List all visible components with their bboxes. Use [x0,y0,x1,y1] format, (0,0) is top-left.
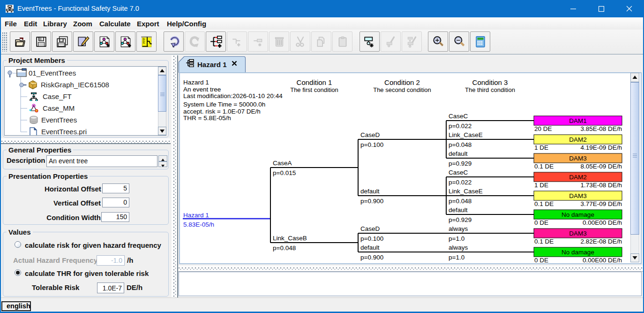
svg-text:CaseD: CaseD [360,131,380,138]
svg-text:Condition 1: Condition 1 [297,78,332,86]
svg-text:Link_CaseE: Link_CaseE [449,188,483,195]
svg-text:0 DE: 0 DE [534,257,548,263]
svg-text:No damage: No damage [562,249,594,256]
svg-text:p=0.048: p=0.048 [449,141,472,148]
svg-text:1 DE: 1 DE [534,182,548,189]
svg-text:p=0.900: p=0.900 [360,198,383,205]
svg-text:p=0.048: p=0.048 [273,244,296,252]
svg-text:p=0.048: p=0.048 [449,198,472,205]
svg-text:p=0.022: p=0.022 [449,122,472,130]
svg-text:default: default [449,206,468,214]
svg-text:3.77E-09 DE/h: 3.77E-09 DE/h [580,200,622,207]
svg-text:CaseC: CaseC [449,113,468,120]
svg-text:default: default [360,244,380,251]
svg-text:The first condition: The first condition [290,86,338,93]
svg-text:default: default [360,188,380,195]
svg-text:p=0.015: p=0.015 [273,169,296,176]
svg-text:accept. risk = 1.0E-07 DE/h: accept. risk = 1.0E-07 DE/h [183,108,261,115]
svg-text:p=0.929: p=0.929 [449,216,472,223]
svg-text:An event tree: An event tree [183,86,221,93]
svg-text:RiskGraph_IEC61508: RiskGraph_IEC61508 [41,81,109,89]
svg-text:p=1.0: p=1.0 [449,235,464,242]
svg-text:DAM2: DAM2 [569,136,587,143]
svg-text:THR = 5.8E-05/h: THR = 5.8E-05/h [183,115,231,122]
svg-text:0.1 DE: 0.1 DE [534,200,554,207]
svg-text:0.1 DE: 0.1 DE [534,238,554,245]
svg-text:System Life Time = 50000.0h: System Life Time = 50000.0h [183,101,265,108]
svg-text:EventTrees: EventTrees [41,116,77,124]
svg-text:always: always [449,225,468,232]
svg-text:Hazard 1: Hazard 1 [183,212,209,219]
svg-text:CaseA: CaseA [273,160,292,167]
svg-text:Link_CaseB: Link_CaseB [273,235,307,242]
svg-text:Last modification:2026-01-10 2: Last modification:2026-01-10 20:44 [183,92,283,99]
svg-text:The third condition: The third condition [465,86,515,93]
svg-text:DAM2: DAM2 [569,174,587,181]
svg-text:01_EventTrees: 01_EventTrees [29,69,76,77]
svg-text:p=0.900: p=0.900 [360,254,383,261]
svg-text:DAM3: DAM3 [569,192,587,199]
svg-text:CaseC: CaseC [449,169,468,176]
svg-text:0 DE: 0 DE [534,219,548,226]
svg-text:0.1 DE: 0.1 DE [534,163,554,170]
svg-text:DAM3: DAM3 [569,230,587,237]
svg-text:p=0.100: p=0.100 [360,235,383,242]
svg-text:4.19E-09 DE/h: 4.19E-09 DE/h [580,144,622,151]
svg-text:p=0.100: p=0.100 [360,141,383,148]
svg-text:Hazard 1: Hazard 1 [183,79,209,86]
svg-text:1 DE: 1 DE [534,144,548,151]
svg-text:p=1.0: p=1.0 [449,254,464,261]
svg-text:No damage: No damage [562,211,594,218]
svg-text:1.73E-08 DE/h: 1.73E-08 DE/h [580,182,622,189]
svg-text:5.83E-05/h: 5.83E-05/h [183,221,214,228]
svg-text:2.82E-08 DE/h: 2.82E-08 DE/h [580,238,622,245]
svg-text:20 DE: 20 DE [534,125,552,132]
svg-text:CaseD: CaseD [360,225,380,232]
svg-text:always: always [449,244,468,251]
svg-text:DAM3: DAM3 [569,155,587,162]
svg-text:EventTrees.pri: EventTrees.pri [41,128,87,135]
svg-text:Case_FT: Case_FT [43,92,72,100]
svg-text:p=0.022: p=0.022 [449,179,472,186]
svg-text:p=0.929: p=0.929 [449,160,472,167]
svg-text:DAM1: DAM1 [569,117,587,124]
svg-text:3.85E-08 DE/h: 3.85E-08 DE/h [580,125,622,132]
svg-text:Condition 3: Condition 3 [472,78,508,86]
svg-text:0.00E00 DE/h: 0.00E00 DE/h [583,257,622,263]
svg-text:Link_CaseE: Link_CaseE [449,131,483,138]
svg-text:0.00E00 DE/h: 0.00E00 DE/h [583,219,622,226]
svg-text:Case_MM: Case_MM [43,104,75,112]
svg-text:default: default [449,150,468,157]
svg-text:8.05E-09 DE/h: 8.05E-09 DE/h [580,163,622,170]
svg-text:Condition 2: Condition 2 [384,78,420,86]
svg-text:The second condition: The second condition [373,86,431,93]
